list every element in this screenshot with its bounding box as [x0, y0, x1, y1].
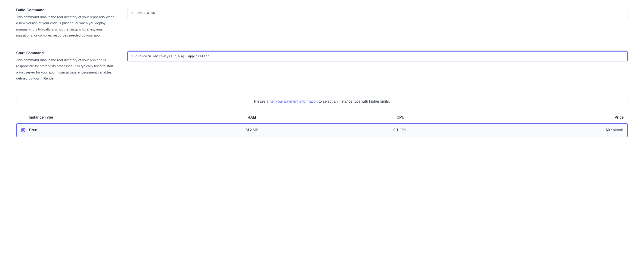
build-command-input-col: $ [127, 8, 628, 18]
notice-prefix: Please [254, 99, 266, 103]
dollar-prefix-icon: $ [131, 11, 133, 15]
instance-name: Free [29, 128, 178, 132]
build-command-title: Build Command [16, 8, 116, 12]
build-command-input[interactable] [135, 11, 624, 15]
build-command-row: Build Command This command runs in the r… [16, 8, 628, 38]
cpu-unit: CPU [398, 128, 407, 132]
radio-selected-icon[interactable] [21, 128, 26, 132]
start-command-row: Start Command This command runs in the r… [16, 51, 628, 81]
build-command-input-wrapper[interactable]: $ [127, 8, 628, 18]
price-value: $0 [606, 128, 610, 132]
notice-suffix: to select an instance type with higher l… [318, 99, 390, 103]
start-command-title: Start Command [16, 51, 116, 55]
start-command-input-col: $ [127, 51, 628, 61]
start-command-input-wrapper[interactable]: $ [127, 51, 628, 61]
instance-ram: 512 MB [178, 128, 326, 132]
payment-info-link[interactable]: enter your payment information [266, 99, 318, 103]
cpu-value: 0.1 [394, 128, 398, 132]
instance-cpu: 0.1 CPU [326, 128, 475, 132]
header-ram: RAM [178, 115, 326, 120]
start-command-label-col: Start Command This command runs in the r… [16, 51, 116, 81]
build-command-description: This command runs in the root directory … [16, 14, 116, 38]
instance-table-header: Instance Type RAM CPU Price [16, 115, 628, 123]
radio-inner-dot [22, 129, 24, 131]
start-command-description: This command runs in the root directory … [16, 57, 116, 81]
instance-price: $0 / month [475, 128, 623, 132]
payment-notice: Please enter your payment information to… [16, 94, 628, 109]
ram-value: 512 [246, 128, 252, 132]
dollar-prefix-icon: $ [131, 54, 133, 58]
header-price: Price [475, 115, 624, 120]
start-command-input[interactable] [135, 54, 624, 58]
instance-row-free[interactable]: Free 512 MB 0.1 CPU $0 / month [16, 123, 628, 137]
header-instance-type: Instance Type [29, 115, 178, 120]
price-unit: / month [610, 128, 623, 132]
instance-radio-col [21, 128, 29, 132]
build-command-label-col: Build Command This command runs in the r… [16, 8, 116, 38]
ram-unit: MB [252, 128, 258, 132]
header-cpu: CPU [326, 115, 475, 120]
